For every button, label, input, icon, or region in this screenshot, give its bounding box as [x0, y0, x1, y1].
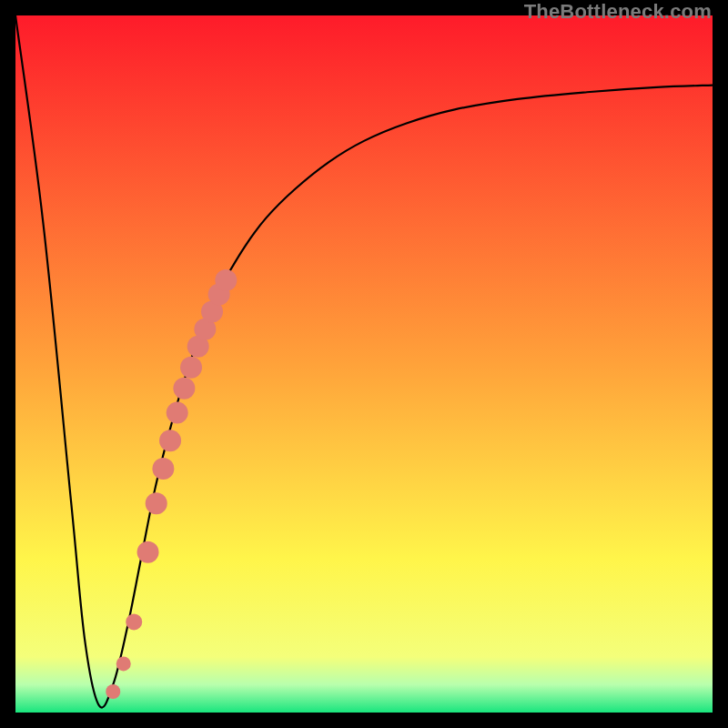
marker-dot: [173, 378, 195, 399]
plot-area: [15, 15, 713, 713]
marker-dot: [146, 492, 167, 514]
marker-dot: [126, 613, 142, 630]
marker-dot: [152, 458, 174, 480]
marker-dot: [159, 430, 181, 451]
marker-dot: [215, 269, 237, 291]
chart-stage: TheBottleneck.com: [0, 0, 728, 728]
watermark-text: TheBottleneck.com: [524, 0, 712, 24]
marker-dot: [106, 684, 120, 699]
marker-dot: [167, 402, 188, 424]
marker-dot: [116, 656, 131, 671]
marker-dot: [137, 541, 159, 563]
plot-svg: [15, 15, 713, 713]
bottleneck-curve: [15, 15, 713, 708]
marker-dot: [180, 357, 202, 379]
